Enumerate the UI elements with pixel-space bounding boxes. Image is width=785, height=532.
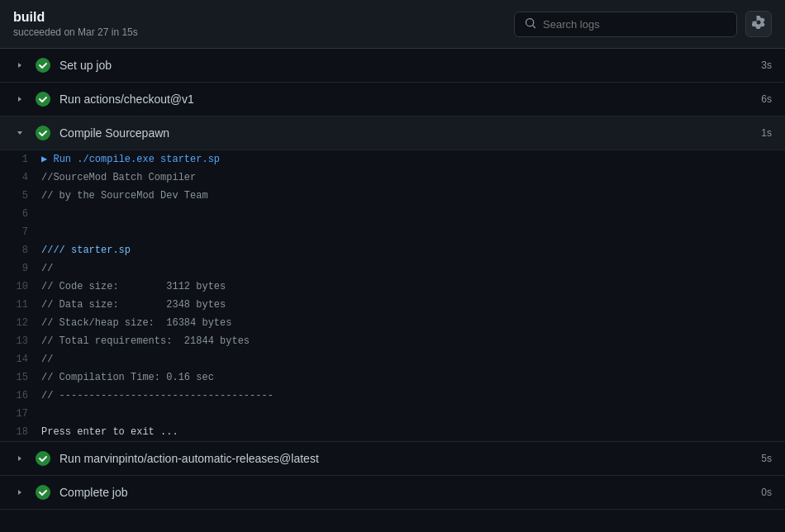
line-content: //// starter.sp [41,242,131,259]
header: build succeeded on Mar 27 in 15s [0,0,785,49]
line-number: 14 [0,351,41,368]
check-icon [35,91,51,107]
log-line: 14// [0,350,785,368]
job-name: Compile Sourcepawn [59,126,761,140]
line-number: 7 [0,224,41,240]
search-bar[interactable] [514,12,737,37]
line-content: // Total requirements: 21844 bytes [41,333,250,349]
chevron-right-icon [13,486,26,499]
gear-icon [752,16,765,32]
line-content: // [41,260,53,277]
log-line: 6 [0,205,785,223]
search-icon [525,17,536,31]
line-number: 11 [0,297,41,313]
job-row[interactable]: Set up job 3s [0,49,785,83]
check-icon [35,450,51,467]
line-number: 6 [0,206,41,222]
job-duration: 0s [761,487,772,498]
header-left: build succeeded on Mar 27 in 15s [13,10,138,38]
page-title: build [13,10,138,25]
line-number: 4 [0,169,41,186]
chevron-right-icon [13,452,26,465]
app-container: build succeeded on Mar 27 in 15s [0,0,785,510]
job-duration: 1s [761,127,772,139]
line-number: 15 [0,369,41,386]
job-duration: 5s [761,453,772,464]
job-name: Complete job [59,486,761,499]
line-number: 13 [0,333,41,349]
job-duration: 3s [761,59,772,71]
line-content: // [41,351,53,368]
line-content: // Stack/heap size: 16384 bytes [41,315,231,331]
log-line: 10// Code size: 3112 bytes [0,278,785,296]
line-number: 12 [0,315,41,331]
log-line: 1▶ Run ./compile.exe starter.sp [0,150,785,169]
log-line: 12// Stack/heap size: 16384 bytes [0,314,785,332]
log-line: 16// -----------------------------------… [0,387,785,405]
log-panel: 1▶ Run ./compile.exe starter.sp4//Source… [0,150,785,442]
line-number: 16 [0,387,41,404]
svg-point-4 [36,485,50,500]
line-content: //SourceMod Batch Compiler [41,169,196,186]
page-subtitle: succeeded on Mar 27 in 15s [13,26,138,38]
line-content: Press enter to exit ... [41,424,178,440]
job-row-expanded[interactable]: Compile Sourcepawn 1s [0,116,785,150]
line-content: // Code size: 3112 bytes [41,278,226,295]
search-input[interactable] [543,18,726,31]
job-list: Set up job 3s Run actions/checkout@v1 6s [0,49,785,510]
line-number: 5 [0,188,41,204]
line-content: ▶ Run ./compile.exe starter.sp [41,151,220,168]
settings-button[interactable] [745,11,772,37]
job-row[interactable]: Run actions/checkout@v1 6s [0,83,785,116]
line-number: 9 [0,260,41,277]
log-line: 7 [0,223,785,241]
job-row[interactable]: Complete job 0s [0,476,785,510]
svg-point-2 [36,126,50,140]
log-line: 17 [0,405,785,423]
chevron-down-icon [13,126,26,140]
line-content: // Data size: 2348 bytes [41,297,226,313]
svg-point-0 [36,58,50,73]
line-number: 10 [0,278,41,295]
job-name: Set up job [59,59,761,72]
log-line: 9// [0,259,785,278]
job-duration: 6s [761,93,772,105]
line-content: // Compilation Time: 0.16 sec [41,369,214,386]
log-line: 15// Compilation Time: 0.16 sec [0,368,785,387]
log-line: 18Press enter to exit ... [0,423,785,441]
line-content: // ------------------------------------ [41,387,274,404]
svg-point-1 [36,92,50,107]
check-icon [35,125,51,141]
line-number: 8 [0,242,41,259]
log-line: 4//SourceMod Batch Compiler [0,169,785,187]
log-lines-container: 1▶ Run ./compile.exe starter.sp4//Source… [0,150,785,441]
svg-point-3 [36,451,50,466]
line-content: // by the SourceMod Dev Team [41,188,208,204]
chevron-right-icon [13,59,26,72]
job-name: Run actions/checkout@v1 [59,93,761,106]
log-line: 5// by the SourceMod Dev Team [0,187,785,205]
chevron-right-icon [13,93,26,106]
job-row[interactable]: Run marvinpinto/action-automatic-release… [0,442,785,476]
line-number: 18 [0,424,41,440]
header-right [514,11,772,37]
log-line: 11// Data size: 2348 bytes [0,296,785,314]
job-name: Run marvinpinto/action-automatic-release… [59,452,761,465]
log-line: 13// Total requirements: 21844 bytes [0,332,785,350]
check-icon [35,484,51,501]
check-icon [35,57,51,74]
line-number: 17 [0,406,41,422]
line-number: 1 [0,151,41,168]
log-line: 8//// starter.sp [0,241,785,259]
